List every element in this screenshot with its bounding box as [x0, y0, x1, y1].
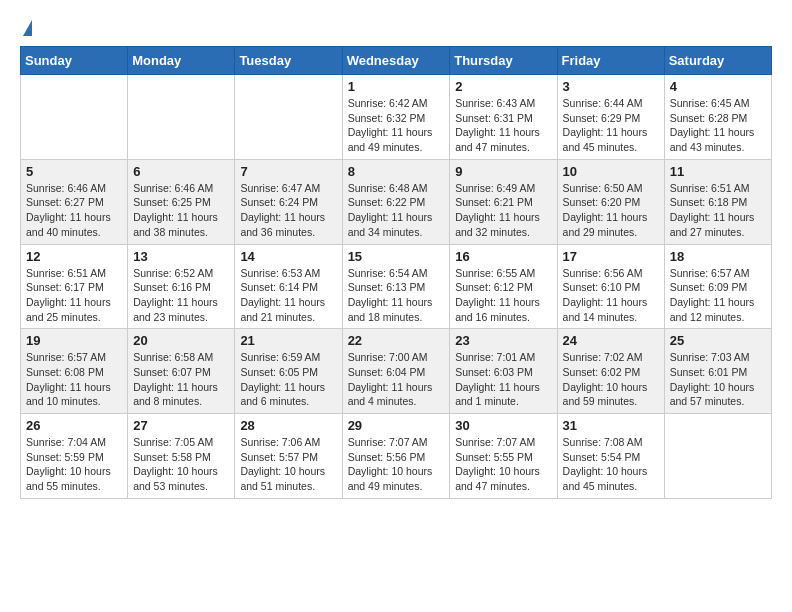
calendar-cell: 31Sunrise: 7:08 AM Sunset: 5:54 PM Dayli… — [557, 414, 664, 499]
calendar-cell: 18Sunrise: 6:57 AM Sunset: 6:09 PM Dayli… — [664, 244, 771, 329]
calendar-cell: 21Sunrise: 6:59 AM Sunset: 6:05 PM Dayli… — [235, 329, 342, 414]
day-info: Sunrise: 7:07 AM Sunset: 5:55 PM Dayligh… — [455, 435, 551, 494]
day-number: 30 — [455, 418, 551, 433]
calendar-cell: 8Sunrise: 6:48 AM Sunset: 6:22 PM Daylig… — [342, 159, 450, 244]
calendar-cell: 15Sunrise: 6:54 AM Sunset: 6:13 PM Dayli… — [342, 244, 450, 329]
day-number: 22 — [348, 333, 445, 348]
logo — [20, 20, 32, 36]
day-number: 14 — [240, 249, 336, 264]
day-number: 25 — [670, 333, 766, 348]
calendar-cell: 27Sunrise: 7:05 AM Sunset: 5:58 PM Dayli… — [128, 414, 235, 499]
day-info: Sunrise: 7:00 AM Sunset: 6:04 PM Dayligh… — [348, 350, 445, 409]
day-number: 1 — [348, 79, 445, 94]
day-number: 16 — [455, 249, 551, 264]
day-number: 11 — [670, 164, 766, 179]
day-info: Sunrise: 7:05 AM Sunset: 5:58 PM Dayligh… — [133, 435, 229, 494]
calendar-header-monday: Monday — [128, 47, 235, 75]
calendar-cell: 2Sunrise: 6:43 AM Sunset: 6:31 PM Daylig… — [450, 75, 557, 160]
day-info: Sunrise: 7:01 AM Sunset: 6:03 PM Dayligh… — [455, 350, 551, 409]
day-info: Sunrise: 7:08 AM Sunset: 5:54 PM Dayligh… — [563, 435, 659, 494]
day-number: 28 — [240, 418, 336, 433]
calendar-header-friday: Friday — [557, 47, 664, 75]
day-number: 4 — [670, 79, 766, 94]
day-info: Sunrise: 6:44 AM Sunset: 6:29 PM Dayligh… — [563, 96, 659, 155]
day-info: Sunrise: 7:06 AM Sunset: 5:57 PM Dayligh… — [240, 435, 336, 494]
calendar-header-saturday: Saturday — [664, 47, 771, 75]
day-info: Sunrise: 6:54 AM Sunset: 6:13 PM Dayligh… — [348, 266, 445, 325]
day-info: Sunrise: 6:58 AM Sunset: 6:07 PM Dayligh… — [133, 350, 229, 409]
day-number: 15 — [348, 249, 445, 264]
day-number: 23 — [455, 333, 551, 348]
day-info: Sunrise: 6:46 AM Sunset: 6:25 PM Dayligh… — [133, 181, 229, 240]
day-number: 19 — [26, 333, 122, 348]
day-info: Sunrise: 7:03 AM Sunset: 6:01 PM Dayligh… — [670, 350, 766, 409]
calendar-cell — [664, 414, 771, 499]
calendar-cell: 12Sunrise: 6:51 AM Sunset: 6:17 PM Dayli… — [21, 244, 128, 329]
day-number: 26 — [26, 418, 122, 433]
day-info: Sunrise: 6:57 AM Sunset: 6:08 PM Dayligh… — [26, 350, 122, 409]
calendar-cell: 28Sunrise: 7:06 AM Sunset: 5:57 PM Dayli… — [235, 414, 342, 499]
calendar-cell: 20Sunrise: 6:58 AM Sunset: 6:07 PM Dayli… — [128, 329, 235, 414]
calendar-cell: 30Sunrise: 7:07 AM Sunset: 5:55 PM Dayli… — [450, 414, 557, 499]
day-info: Sunrise: 6:56 AM Sunset: 6:10 PM Dayligh… — [563, 266, 659, 325]
day-number: 5 — [26, 164, 122, 179]
calendar-week-4: 19Sunrise: 6:57 AM Sunset: 6:08 PM Dayli… — [21, 329, 772, 414]
calendar-cell: 17Sunrise: 6:56 AM Sunset: 6:10 PM Dayli… — [557, 244, 664, 329]
day-info: Sunrise: 6:48 AM Sunset: 6:22 PM Dayligh… — [348, 181, 445, 240]
calendar-cell: 16Sunrise: 6:55 AM Sunset: 6:12 PM Dayli… — [450, 244, 557, 329]
day-number: 20 — [133, 333, 229, 348]
calendar-week-1: 1Sunrise: 6:42 AM Sunset: 6:32 PM Daylig… — [21, 75, 772, 160]
day-number: 27 — [133, 418, 229, 433]
calendar-table: SundayMondayTuesdayWednesdayThursdayFrid… — [20, 46, 772, 499]
calendar-cell: 1Sunrise: 6:42 AM Sunset: 6:32 PM Daylig… — [342, 75, 450, 160]
calendar-cell: 22Sunrise: 7:00 AM Sunset: 6:04 PM Dayli… — [342, 329, 450, 414]
calendar-cell: 5Sunrise: 6:46 AM Sunset: 6:27 PM Daylig… — [21, 159, 128, 244]
day-number: 6 — [133, 164, 229, 179]
calendar-cell: 6Sunrise: 6:46 AM Sunset: 6:25 PM Daylig… — [128, 159, 235, 244]
day-number: 24 — [563, 333, 659, 348]
calendar-header-row: SundayMondayTuesdayWednesdayThursdayFrid… — [21, 47, 772, 75]
day-info: Sunrise: 6:53 AM Sunset: 6:14 PM Dayligh… — [240, 266, 336, 325]
day-number: 31 — [563, 418, 659, 433]
day-number: 8 — [348, 164, 445, 179]
day-info: Sunrise: 6:42 AM Sunset: 6:32 PM Dayligh… — [348, 96, 445, 155]
day-number: 12 — [26, 249, 122, 264]
calendar-cell: 9Sunrise: 6:49 AM Sunset: 6:21 PM Daylig… — [450, 159, 557, 244]
day-info: Sunrise: 7:07 AM Sunset: 5:56 PM Dayligh… — [348, 435, 445, 494]
day-number: 9 — [455, 164, 551, 179]
day-info: Sunrise: 6:52 AM Sunset: 6:16 PM Dayligh… — [133, 266, 229, 325]
page: SundayMondayTuesdayWednesdayThursdayFrid… — [0, 0, 792, 509]
day-number: 2 — [455, 79, 551, 94]
day-number: 29 — [348, 418, 445, 433]
day-number: 7 — [240, 164, 336, 179]
day-info: Sunrise: 7:04 AM Sunset: 5:59 PM Dayligh… — [26, 435, 122, 494]
calendar-cell: 3Sunrise: 6:44 AM Sunset: 6:29 PM Daylig… — [557, 75, 664, 160]
calendar-cell: 4Sunrise: 6:45 AM Sunset: 6:28 PM Daylig… — [664, 75, 771, 160]
day-number: 17 — [563, 249, 659, 264]
day-number: 3 — [563, 79, 659, 94]
calendar-week-2: 5Sunrise: 6:46 AM Sunset: 6:27 PM Daylig… — [21, 159, 772, 244]
day-info: Sunrise: 6:46 AM Sunset: 6:27 PM Dayligh… — [26, 181, 122, 240]
calendar-cell: 29Sunrise: 7:07 AM Sunset: 5:56 PM Dayli… — [342, 414, 450, 499]
calendar-week-5: 26Sunrise: 7:04 AM Sunset: 5:59 PM Dayli… — [21, 414, 772, 499]
calendar-cell: 26Sunrise: 7:04 AM Sunset: 5:59 PM Dayli… — [21, 414, 128, 499]
day-info: Sunrise: 6:51 AM Sunset: 6:17 PM Dayligh… — [26, 266, 122, 325]
logo-text — [20, 20, 32, 36]
day-info: Sunrise: 6:49 AM Sunset: 6:21 PM Dayligh… — [455, 181, 551, 240]
calendar-cell: 14Sunrise: 6:53 AM Sunset: 6:14 PM Dayli… — [235, 244, 342, 329]
day-number: 10 — [563, 164, 659, 179]
day-info: Sunrise: 6:47 AM Sunset: 6:24 PM Dayligh… — [240, 181, 336, 240]
calendar-cell: 13Sunrise: 6:52 AM Sunset: 6:16 PM Dayli… — [128, 244, 235, 329]
day-info: Sunrise: 6:57 AM Sunset: 6:09 PM Dayligh… — [670, 266, 766, 325]
day-info: Sunrise: 6:51 AM Sunset: 6:18 PM Dayligh… — [670, 181, 766, 240]
calendar-cell: 19Sunrise: 6:57 AM Sunset: 6:08 PM Dayli… — [21, 329, 128, 414]
calendar-week-3: 12Sunrise: 6:51 AM Sunset: 6:17 PM Dayli… — [21, 244, 772, 329]
day-info: Sunrise: 6:59 AM Sunset: 6:05 PM Dayligh… — [240, 350, 336, 409]
day-number: 13 — [133, 249, 229, 264]
calendar-cell: 7Sunrise: 6:47 AM Sunset: 6:24 PM Daylig… — [235, 159, 342, 244]
day-info: Sunrise: 6:55 AM Sunset: 6:12 PM Dayligh… — [455, 266, 551, 325]
calendar-cell: 11Sunrise: 6:51 AM Sunset: 6:18 PM Dayli… — [664, 159, 771, 244]
calendar-header-thursday: Thursday — [450, 47, 557, 75]
calendar-cell: 23Sunrise: 7:01 AM Sunset: 6:03 PM Dayli… — [450, 329, 557, 414]
calendar-header-wednesday: Wednesday — [342, 47, 450, 75]
